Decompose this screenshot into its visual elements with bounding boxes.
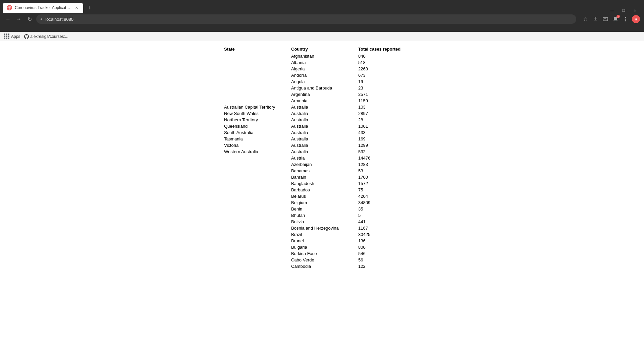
cell-state bbox=[221, 206, 288, 212]
tab-favicon bbox=[7, 5, 12, 10]
header-country: Country bbox=[288, 45, 356, 53]
cell-state bbox=[221, 187, 288, 193]
table-row: Austria14476 bbox=[221, 155, 423, 161]
table-row: Bulgaria800 bbox=[221, 244, 423, 250]
cell-cases: 53 bbox=[356, 168, 423, 174]
cell-cases: 433 bbox=[356, 129, 423, 136]
cell-cases: 35 bbox=[356, 206, 423, 212]
new-tab-button[interactable]: + bbox=[85, 3, 94, 13]
active-tab[interactable]: Coronavirus Tracker Application ✕ bbox=[3, 3, 83, 13]
cell-country: Australia bbox=[288, 148, 356, 155]
cell-country: Brunei bbox=[288, 238, 356, 244]
table-row: Bhutan5 bbox=[221, 212, 423, 219]
menu-icon[interactable] bbox=[622, 15, 629, 23]
table-row: Brunei136 bbox=[221, 238, 423, 244]
cell-cases: 518 bbox=[356, 59, 423, 66]
apps-label: Apps bbox=[11, 34, 20, 39]
cell-cases: 2268 bbox=[356, 66, 423, 72]
cell-country: Bolivia bbox=[288, 219, 356, 225]
table-row: Antigua and Barbuda23 bbox=[221, 85, 423, 91]
cell-country: Austria bbox=[288, 155, 356, 161]
cell-cases: 2897 bbox=[356, 110, 423, 117]
table-row: TasmaniaAustralia169 bbox=[221, 136, 423, 142]
table-row: Belgium34809 bbox=[221, 199, 423, 206]
cell-state bbox=[221, 231, 288, 238]
cell-country: Australia bbox=[288, 129, 356, 136]
github-bookmark-label: alexresiga/courses:... bbox=[30, 34, 68, 39]
cell-country: Belarus bbox=[288, 193, 356, 199]
apps-bookmark[interactable]: Apps bbox=[4, 34, 20, 39]
reload-button[interactable]: ↻ bbox=[25, 15, 34, 23]
cell-cases: 4204 bbox=[356, 193, 423, 199]
table-row: Belarus4204 bbox=[221, 193, 423, 199]
header-cases: Total cases reported bbox=[356, 45, 423, 53]
table-row: Armenia1159 bbox=[221, 98, 423, 104]
cell-country: Cambodia bbox=[288, 263, 356, 269]
table-row: South AustraliaAustralia433 bbox=[221, 129, 423, 136]
extension-puzzle-icon[interactable] bbox=[592, 15, 599, 23]
cell-state: Victoria bbox=[221, 142, 288, 148]
table-row: Western AustraliaAustralia532 bbox=[221, 148, 423, 155]
cell-state: New South Wales bbox=[221, 110, 288, 117]
data-table: State Country Total cases reported Afgha… bbox=[221, 45, 423, 269]
forward-button[interactable]: → bbox=[15, 15, 23, 23]
table-row: Bahrain1700 bbox=[221, 174, 423, 180]
svg-point-6 bbox=[625, 20, 626, 21]
cell-state bbox=[221, 199, 288, 206]
table-row: Brazil30425 bbox=[221, 231, 423, 238]
cell-country: Armenia bbox=[288, 98, 356, 104]
table-row: Bahamas53 bbox=[221, 168, 423, 174]
cell-state bbox=[221, 168, 288, 174]
back-button[interactable]: ← bbox=[4, 15, 12, 23]
cell-cases: 23 bbox=[356, 85, 423, 91]
svg-point-5 bbox=[625, 19, 626, 20]
cell-state bbox=[221, 155, 288, 161]
cell-state: Queensland bbox=[221, 123, 288, 129]
cell-state bbox=[221, 225, 288, 231]
cell-state bbox=[221, 219, 288, 225]
cell-country: Bhutan bbox=[288, 212, 356, 219]
profile-avatar[interactable]: R bbox=[632, 15, 640, 23]
maximize-button[interactable]: ❐ bbox=[621, 8, 626, 13]
cell-cases: 1299 bbox=[356, 142, 423, 148]
bookmarks-bar: Apps alexresiga/courses:... bbox=[0, 32, 644, 41]
cell-country: Benin bbox=[288, 206, 356, 212]
cell-country: Australia bbox=[288, 142, 356, 148]
cell-country: Australia bbox=[288, 104, 356, 110]
cell-state bbox=[221, 161, 288, 168]
cell-country: Afghanistan bbox=[288, 53, 356, 59]
cell-country: Albania bbox=[288, 59, 356, 66]
address-bar[interactable]: ● localhost:8080 bbox=[36, 14, 576, 24]
cell-cases: 532 bbox=[356, 148, 423, 155]
cell-state: South Australia bbox=[221, 129, 288, 136]
cell-cases: 103 bbox=[356, 104, 423, 110]
cast-icon[interactable] bbox=[602, 15, 609, 23]
cell-state bbox=[221, 238, 288, 244]
table-row: Australian Capital TerritoryAustralia103 bbox=[221, 104, 423, 110]
cell-country: Bahamas bbox=[288, 168, 356, 174]
table-row: Andorra673 bbox=[221, 72, 423, 78]
cell-cases: 1167 bbox=[356, 225, 423, 231]
cell-cases: 1001 bbox=[356, 123, 423, 129]
cell-cases: 673 bbox=[356, 72, 423, 78]
table-row: Bosnia and Herzegovina1167 bbox=[221, 225, 423, 231]
cell-state: Australian Capital Territory bbox=[221, 104, 288, 110]
tab-close-button[interactable]: ✕ bbox=[74, 5, 79, 10]
table-row: Cabo Verde56 bbox=[221, 257, 423, 263]
table-row: Angola19 bbox=[221, 78, 423, 85]
cell-cases: 122 bbox=[356, 263, 423, 269]
cell-country: Argentina bbox=[288, 91, 356, 98]
cell-country: Australia bbox=[288, 136, 356, 142]
table-row: Azerbaijan1283 bbox=[221, 161, 423, 168]
page-content: State Country Total cases reported Afgha… bbox=[0, 41, 644, 362]
cell-cases: 28 bbox=[356, 117, 423, 123]
github-bookmark[interactable]: alexresiga/courses:... bbox=[24, 34, 68, 39]
close-button[interactable]: ✕ bbox=[633, 8, 637, 13]
table-row: Burkina Faso546 bbox=[221, 250, 423, 257]
minimize-button[interactable]: — bbox=[610, 8, 614, 13]
svg-point-4 bbox=[625, 17, 626, 18]
bookmark-star-icon[interactable]: ☆ bbox=[582, 15, 589, 23]
cell-state bbox=[221, 66, 288, 72]
cell-cases: 34809 bbox=[356, 199, 423, 206]
notifications-icon[interactable]: 1 bbox=[612, 15, 619, 23]
